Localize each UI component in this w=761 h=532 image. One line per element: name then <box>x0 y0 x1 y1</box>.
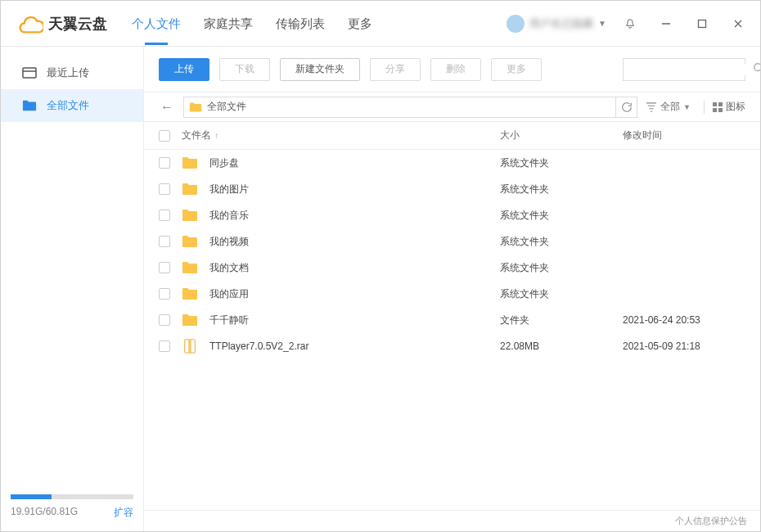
tab-1[interactable]: 家庭共享 <box>204 2 253 45</box>
file-row[interactable]: 同步盘系统文件夹 <box>144 150 760 176</box>
row-checkbox[interactable] <box>159 157 170 169</box>
storage-panel: 19.91G/60.81G 扩容 <box>1 486 143 531</box>
refresh-icon <box>621 101 633 113</box>
file-time: 2021-05-09 21:18 <box>623 340 745 352</box>
row-checkbox[interactable] <box>159 183 170 195</box>
file-row[interactable]: 我的文档系统文件夹 <box>144 255 760 281</box>
file-name: 我的音乐 <box>209 209 249 223</box>
app-name: 天翼云盘 <box>48 14 107 34</box>
folder-icon <box>189 101 202 113</box>
tab-0[interactable]: 个人文件 <box>132 2 181 45</box>
privacy-notice-link[interactable]: 个人信息保护公告 <box>675 515 747 527</box>
file-row[interactable]: TTPlayer7.0.5V2_2.rar22.08MB2021-05-09 2… <box>144 333 760 359</box>
svg-rect-9 <box>718 108 723 112</box>
sidebar: 最近上传全部文件 19.91G/60.81G 扩容 <box>1 47 144 531</box>
svg-rect-8 <box>713 108 717 112</box>
file-size: 系统文件夹 <box>500 209 623 223</box>
path-text: 全部文件 <box>207 100 246 114</box>
storage-bar <box>11 494 133 499</box>
toolbar: 上传 下载 新建文件夹 分享 删除 更多 <box>144 47 760 92</box>
expand-storage-link[interactable]: 扩容 <box>114 506 133 520</box>
row-checkbox[interactable] <box>159 262 170 273</box>
file-size: 22.08MB <box>500 340 623 352</box>
close-button[interactable] <box>726 11 750 36</box>
tab-2[interactable]: 传输列表 <box>276 2 325 45</box>
svg-point-4 <box>754 63 761 70</box>
row-checkbox[interactable] <box>159 288 170 300</box>
search-box[interactable] <box>623 58 745 81</box>
close-icon <box>733 19 743 29</box>
file-name: 我的应用 <box>209 287 249 301</box>
back-button[interactable]: ← <box>159 100 175 115</box>
svg-rect-1 <box>699 20 706 27</box>
main-panel: 上传 下载 新建文件夹 分享 删除 更多 ← 全部文件 全部 ▼ <box>144 47 760 531</box>
file-row[interactable]: 我的应用系统文件夹 <box>144 281 760 307</box>
download-button[interactable]: 下载 <box>219 58 270 81</box>
view-toggle[interactable]: 图标 <box>699 100 745 114</box>
upload-button[interactable]: 上传 <box>159 58 209 81</box>
avatar-icon <box>507 15 525 33</box>
filter-dropdown[interactable]: 全部 ▼ <box>646 100 691 114</box>
file-row[interactable]: 我的视频系统文件夹 <box>144 228 760 255</box>
file-row[interactable]: 千千静听文件夹2021-06-24 20:53 <box>144 307 760 333</box>
share-button[interactable]: 分享 <box>370 58 421 81</box>
sidebar-item-recent[interactable]: 最近上传 <box>1 56 143 89</box>
view-label: 图标 <box>726 100 745 114</box>
row-checkbox[interactable] <box>159 314 170 326</box>
list-header: 文件名↑ 大小 修改时间 <box>144 122 760 150</box>
bell-icon <box>625 19 635 29</box>
file-name: 我的视频 <box>209 235 249 249</box>
minimize-button[interactable] <box>654 11 678 36</box>
app-logo: 天翼云盘 <box>17 14 107 34</box>
sort-arrow-icon: ↑ <box>214 131 218 140</box>
path-bar: ← 全部文件 全部 ▼ 图标 <box>144 92 760 122</box>
delete-button[interactable]: 删除 <box>430 58 481 81</box>
file-name: 千千静听 <box>209 313 249 327</box>
column-name[interactable]: 文件名↑ <box>182 128 500 142</box>
sidebar-item-label: 最近上传 <box>47 65 89 80</box>
cloud-icon <box>17 14 43 34</box>
row-checkbox[interactable] <box>159 210 170 221</box>
svg-rect-6 <box>713 102 717 106</box>
file-size: 文件夹 <box>500 313 623 327</box>
file-name: 我的图片 <box>209 183 249 196</box>
tab-3[interactable]: 更多 <box>348 2 372 45</box>
row-checkbox[interactable] <box>159 340 170 352</box>
chevron-down-icon: ▼ <box>683 103 691 111</box>
file-size: 系统文件夹 <box>500 156 623 170</box>
refresh-button[interactable] <box>616 97 637 118</box>
more-button[interactable]: 更多 <box>491 58 542 81</box>
file-name: TTPlayer7.0.5V2_2.rar <box>209 340 308 352</box>
svg-rect-2 <box>23 68 36 78</box>
column-size[interactable]: 大小 <box>500 128 623 142</box>
sidebar-item-folder[interactable]: 全部文件 <box>1 89 143 122</box>
path-input[interactable]: 全部文件 <box>183 97 616 118</box>
file-size: 系统文件夹 <box>500 261 623 275</box>
file-size: 系统文件夹 <box>500 235 623 249</box>
file-name: 同步盘 <box>209 156 239 170</box>
maximize-button[interactable] <box>690 11 714 36</box>
grid-icon <box>713 102 723 112</box>
search-input[interactable] <box>630 64 753 75</box>
row-checkbox[interactable] <box>159 236 170 247</box>
new-folder-button[interactable]: 新建文件夹 <box>280 58 360 81</box>
svg-rect-7 <box>718 102 723 106</box>
file-name: 我的文档 <box>209 261 249 275</box>
file-list: 同步盘系统文件夹我的图片系统文件夹我的音乐系统文件夹我的视频系统文件夹我的文档系… <box>144 150 760 510</box>
file-size: 系统文件夹 <box>500 183 623 196</box>
minimize-icon <box>661 19 671 29</box>
sidebar-item-label: 全部文件 <box>47 98 89 113</box>
file-row[interactable]: 我的图片系统文件夹 <box>144 176 760 202</box>
storage-text: 19.91G/60.81G <box>11 506 78 520</box>
file-row[interactable]: 我的音乐系统文件夹 <box>144 202 760 228</box>
notification-button[interactable] <box>618 11 642 36</box>
main-tabs: 个人文件家庭共享传输列表更多 <box>132 2 372 45</box>
file-time: 2021-06-24 20:53 <box>623 314 745 326</box>
maximize-icon <box>697 19 707 29</box>
search-icon[interactable] <box>753 62 761 77</box>
select-all-checkbox[interactable] <box>159 130 170 142</box>
filter-icon <box>646 102 657 112</box>
column-time[interactable]: 修改时间 <box>623 128 745 142</box>
titlebar: 天翼云盘 个人文件家庭共享传输列表更多 用户名已隐藏 ▼ <box>1 1 760 47</box>
user-menu[interactable]: 用户名已隐藏 ▼ <box>507 15 606 33</box>
